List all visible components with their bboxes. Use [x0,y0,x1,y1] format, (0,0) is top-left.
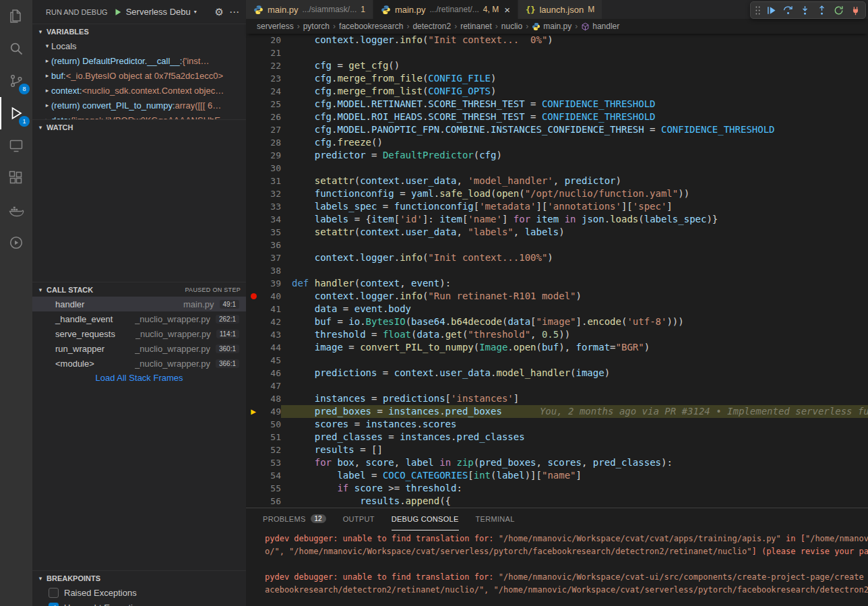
checkbox[interactable]: ✓ [49,603,59,606]
code-line[interactable]: 56 results.append({ [246,495,868,508]
line-number[interactable]: 36 [261,239,281,251]
breakpoint-margin[interactable] [246,239,261,251]
code-line[interactable]: 46 predictions = context.user_data.model… [246,367,868,380]
line-number[interactable]: 25 [261,98,281,111]
breakpoint-margin[interactable] [246,175,261,187]
activity-bar-item-live-share[interactable] [0,226,32,259]
debug-config-dropdown[interactable]: Serverless Debu ▾ [113,7,210,17]
activity-bar-item-explorer[interactable] [0,0,32,32]
line-number[interactable]: 34 [261,213,281,226]
line-number[interactable]: 31 [261,175,281,187]
line-number[interactable]: 56 [261,495,281,508]
line-number[interactable]: 41 [261,303,281,315]
code-line[interactable]: 53 for box, score, label in zip(pred_box… [246,456,868,469]
line-number[interactable]: 27 [261,123,281,136]
chevron-down-icon[interactable]: ▾ [43,42,51,49]
code-line[interactable]: 55 if score >= threshold: [246,482,868,495]
breakpoint-margin[interactable] [246,380,261,392]
chevron-right-icon[interactable]: ▸ [43,102,51,109]
code-line[interactable]: 31 setattr(context.user_data, 'model_han… [246,175,868,187]
line-number[interactable]: 30 [261,162,281,175]
code-line[interactable]: 54 label = COCO_CATEGORIES[int(label)]["… [246,469,868,482]
editor-tab[interactable]: main.py.../siammask/...1 [246,0,373,19]
breakpoint-margin[interactable] [246,328,261,341]
variable-row[interactable]: ▸data: {'image': 'iVBORw0KGgoAAAANSUhE… [32,113,246,119]
line-number[interactable]: 51 [261,431,281,444]
line-number[interactable]: 52 [261,444,281,456]
code-line[interactable]: 25 cfg.MODEL.RETINANET.SCORE_THRESH_TEST… [246,98,868,111]
activity-bar-item-remote-explorer[interactable] [0,129,32,162]
breakpoint-icon[interactable] [246,290,261,303]
breakpoint-margin[interactable] [246,444,261,456]
editor-tab[interactable]: {}launch.jsonM [518,0,602,19]
stack-frame-row[interactable]: handlermain.py49:1 [32,297,246,311]
start-debugging-icon[interactable] [113,7,123,17]
breakpoint-margin[interactable] [246,277,261,290]
breakpoint-margin[interactable] [246,251,261,264]
continue-button[interactable] [763,2,779,18]
code-line[interactable]: 32 functionconfig = yaml.safe_load(open(… [246,187,868,200]
breakpoint-margin[interactable] [246,469,261,482]
watch-pane-header[interactable]: ▾ WATCH [32,119,246,134]
code-line[interactable]: 43 threshold = float(data.get("threshold… [246,328,868,341]
breadcrumb-item[interactable]: pytorch [303,22,330,31]
stack-frame-row[interactable]: serve_requests_nuclio_wrapper.py114:1 [32,326,246,341]
line-number[interactable]: 50 [261,418,281,431]
line-number[interactable]: 24 [261,85,281,98]
breakpoint-margin[interactable] [246,200,261,213]
activity-bar-item-extensions[interactable] [0,162,32,194]
breakpoint-margin[interactable] [246,111,261,123]
line-number[interactable]: 55 [261,482,281,495]
breakpoint-margin[interactable] [246,495,261,508]
code-line[interactable]: 21 [246,47,868,59]
code-line[interactable]: 24 cfg.merge_from_list(CONFIG_OPTS) [246,85,868,98]
breakpoint-margin[interactable] [246,187,261,200]
code-line[interactable]: 27 cfg.MODEL.PANOPTIC_FPN.COMBINE.INSTAN… [246,123,868,136]
breakpoint-item[interactable]: ✓Uncaught Exceptions [32,600,246,606]
panel-tab-terminal[interactable]: TERMINAL [476,508,515,531]
breadcrumb-item[interactable]: nuclio [501,22,522,31]
line-number[interactable]: 23 [261,72,281,85]
code-line[interactable]: 47 [246,380,868,392]
panel-tab-debug-console[interactable]: DEBUG CONSOLE [392,508,459,531]
close-icon[interactable]: × [504,4,510,16]
code-line[interactable]: 20 context.logger.info("Init context... … [246,34,868,47]
line-number[interactable]: 21 [261,47,281,59]
activity-bar-item-search[interactable] [0,32,32,65]
breakpoint-margin[interactable] [246,213,261,226]
breadcrumb-item[interactable]: serverless [257,22,294,31]
breadcrumb-item[interactable]: handler [581,22,619,31]
code-line[interactable]: 51 pred_classes = instances.pred_classes [246,431,868,444]
activity-bar-item-docker[interactable] [0,194,32,226]
chevron-right-icon[interactable]: ▸ [43,87,51,94]
gear-icon[interactable]: ⚙ [215,7,224,17]
breakpoint-margin[interactable] [246,354,261,367]
breakpoint-margin[interactable] [246,136,261,149]
line-number[interactable]: 20 [261,34,281,47]
line-number[interactable]: 33 [261,200,281,213]
code-line[interactable]: 22 cfg = get_cfg() [246,59,868,72]
breakpoints-pane-header[interactable]: ▾ BREAKPOINTS [32,570,246,585]
code-line[interactable]: 38 [246,264,868,277]
line-number[interactable]: 47 [261,380,281,392]
line-number[interactable]: 42 [261,315,281,328]
code-line[interactable]: 52 results = [] [246,444,868,456]
line-number[interactable]: 38 [261,264,281,277]
line-number[interactable]: 48 [261,392,281,405]
breakpoint-margin[interactable] [246,482,261,495]
breakpoint-margin[interactable] [246,431,261,444]
line-number[interactable]: 40 [261,290,281,303]
line-number[interactable]: 49 [261,405,281,418]
line-number[interactable]: 44 [261,341,281,354]
step-into-button[interactable] [797,2,813,18]
breakpoint-margin[interactable] [246,315,261,328]
call-stack-pane-header[interactable]: ▾ CALL STACK PAUSED ON STEP [32,282,246,297]
variables-scope-row[interactable]: ▾Locals [32,38,246,53]
line-number[interactable]: 32 [261,187,281,200]
code-line[interactable]: 28 cfg.freeze() [246,136,868,149]
variable-row[interactable]: ▸(return) convert_PIL_to_numpy: array([[… [32,98,246,113]
code-line[interactable]: 41 data = event.body [246,303,868,315]
step-over-button[interactable] [780,2,796,18]
breakpoint-margin[interactable] [246,59,261,72]
line-number[interactable]: 29 [261,149,281,162]
